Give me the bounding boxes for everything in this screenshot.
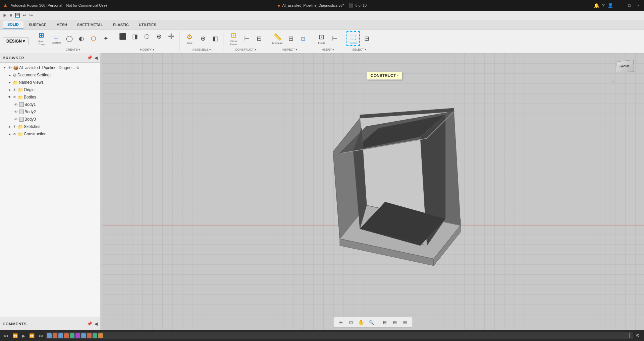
bodies-label: Bodies <box>24 95 36 99</box>
tree-item-body2[interactable]: 👁 Body2 <box>0 108 100 116</box>
file-menu-icon[interactable]: ≡ <box>9 13 12 18</box>
timeline-next[interactable]: ⏩ <box>28 333 36 339</box>
select-mode-icon[interactable]: ⬚ Select <box>346 31 360 46</box>
more-create-icon[interactable]: ✦ <box>100 33 111 44</box>
redo-icon[interactable]: ↪ <box>29 13 33 18</box>
timeline-marker-6[interactable] <box>75 333 80 338</box>
timeline-track[interactable] <box>46 332 633 339</box>
motion-icon[interactable]: ◧ <box>210 33 220 44</box>
axis-icon[interactable]: ⊟ <box>254 33 264 44</box>
design-dropdown[interactable]: DESIGN ▾ <box>3 37 29 45</box>
timeline-prev[interactable]: ⏪ <box>11 333 19 339</box>
origin-visible-icon[interactable]: 👁 <box>13 88 16 92</box>
tree-item-origin[interactable]: ▶ 👁 📁 Origin <box>0 86 100 93</box>
body1-visible-icon[interactable]: 👁 <box>14 103 18 107</box>
tab-mesh[interactable]: MESH <box>52 21 72 28</box>
doc-settings-arrow[interactable]: ▶ <box>7 73 12 77</box>
viewcube-face-front[interactable]: FRONT <box>616 60 635 72</box>
viewcube[interactable]: FRONT Z↑ <box>612 59 639 85</box>
insert-mesh-icon[interactable]: ⊡ Insert <box>315 31 328 46</box>
joint-icon[interactable]: ⚙ Joint <box>183 31 196 46</box>
tree-item-body3[interactable]: 👁 Body3 <box>0 116 100 123</box>
grid-icon[interactable]: ⊞ <box>3 13 7 18</box>
bodies-visible-icon[interactable]: 👁 <box>13 95 16 99</box>
tree-item-named-views[interactable]: ▶ 📁 Named Views <box>0 79 100 86</box>
interference-icon[interactable]: ⊟ <box>285 33 296 44</box>
tree-item-body1[interactable]: 👁 Body1 <box>0 101 100 108</box>
viewport[interactable]: CONSTRUCT - FRONT Z↑ ✛ ⊡ ✋ 🔍 ⊞ ⊟ ⊞ <box>102 53 644 330</box>
new-component-icon[interactable]: ⊞ NewComp <box>35 31 48 46</box>
tab-surface[interactable]: SURFACE <box>24 21 51 28</box>
timeline-marker-9[interactable] <box>93 333 97 338</box>
snap-icon[interactable]: ✛ <box>337 318 345 326</box>
help-icon[interactable]: ? <box>602 3 605 8</box>
timeline-marker-4[interactable] <box>64 333 69 338</box>
sketches-visible-icon[interactable]: 👁 <box>13 125 16 129</box>
browser-pin-icon[interactable]: 📌 <box>87 55 92 60</box>
offset-plane-icon[interactable]: ⊡ OffsetPlane <box>227 31 240 46</box>
tree-item-doc-settings[interactable]: ▶ ⚙ Document Settings <box>0 71 100 79</box>
account-icon[interactable]: 👤 <box>607 3 613 8</box>
bodies-arrow[interactable]: ▶ <box>7 95 12 99</box>
named-views-arrow[interactable]: ▶ <box>7 80 12 85</box>
close-button[interactable]: × <box>635 3 641 8</box>
comments-pin-icon[interactable]: 📌 <box>87 321 92 326</box>
chamfer-icon[interactable]: ⬡ <box>142 31 152 42</box>
sweep-icon[interactable]: ◐ <box>76 33 87 44</box>
tab-utilities[interactable]: UTILITIES <box>134 21 161 28</box>
body3-visible-icon[interactable]: 👁 <box>14 117 18 121</box>
timeline-go-end[interactable]: ⏭ <box>37 333 44 339</box>
root-arrow[interactable]: ▶ <box>3 65 7 70</box>
orbit-icon[interactable]: ⊡ <box>347 318 355 326</box>
construction-visible-icon[interactable]: 👁 <box>13 132 16 136</box>
revolve-icon[interactable]: ◯ <box>64 33 75 44</box>
move-icon[interactable]: ✛ <box>166 31 176 42</box>
zoom-icon[interactable]: 🔍 <box>367 318 375 326</box>
timeline-marker-7[interactable] <box>81 333 86 338</box>
insert-svg-icon[interactable]: ⊢ <box>329 33 340 44</box>
origin-arrow[interactable]: ▶ <box>7 87 12 92</box>
tree-item-sketches[interactable]: ▶ 👁 📁 Sketches <box>0 123 100 130</box>
timeline-marker-8[interactable] <box>87 333 92 338</box>
body2-visible-icon[interactable]: 👁 <box>14 110 18 114</box>
midplane-icon[interactable]: ⊢ <box>241 33 252 44</box>
press-pull-icon[interactable]: ⬛ <box>117 31 128 42</box>
grid-settings-icon[interactable]: ⊞ <box>401 318 409 326</box>
fillet-icon[interactable]: ◨ <box>129 31 140 42</box>
minimize-button[interactable]: — <box>616 3 624 8</box>
undo-icon[interactable]: ↩ <box>23 13 26 18</box>
tab-plastic[interactable]: PLASTIC <box>108 21 133 28</box>
shell-icon[interactable]: ⊕ <box>154 31 164 42</box>
tree-item-bodies[interactable]: ▶ 👁 📁 Bodies <box>0 93 100 101</box>
extrude-icon[interactable]: □ Extrude <box>49 31 63 46</box>
timeline-play[interactable]: ▶ <box>20 333 26 339</box>
loft-icon[interactable]: ⬡ <box>88 33 99 44</box>
select-filter-icon[interactable]: ⊟ <box>361 33 372 44</box>
tree-item-construction[interactable]: ▶ 👁 📁 Construction <box>0 130 100 138</box>
pan-icon[interactable]: ✋ <box>357 318 365 326</box>
timeline-marker-3[interactable] <box>58 333 63 338</box>
browser-collapse-icon[interactable]: ◀ <box>94 55 98 60</box>
tree-item-root[interactable]: ▶ 👁 📦 AI_assisted_Pipeline_Diagno... ⚙ <box>0 64 100 71</box>
display-settings-icon[interactable]: ⊟ <box>391 318 399 326</box>
root-settings-icon[interactable]: ⚙ <box>76 66 79 70</box>
tab-sheet-metal[interactable]: SHEET METAL <box>72 21 108 28</box>
maximize-button[interactable]: □ <box>626 3 633 8</box>
measure-icon[interactable]: 📏 Measure <box>271 31 284 46</box>
save-icon[interactable]: 💾 <box>15 13 20 18</box>
notification-icon[interactable]: 🔔 <box>594 3 599 8</box>
comments-collapse-icon[interactable]: ◀ <box>94 321 98 326</box>
timeline-settings-icon[interactable]: ⚙ <box>634 332 641 339</box>
root-visible-icon[interactable]: 👁 <box>8 66 12 70</box>
as-built-joint-icon[interactable]: ⊕ <box>198 33 208 44</box>
timeline-marker-5[interactable] <box>70 333 74 338</box>
timeline-marker-2[interactable] <box>53 333 57 338</box>
timeline-go-start[interactable]: ⏮ <box>3 333 10 339</box>
zebra-icon[interactable]: ⊡ <box>298 33 308 44</box>
construction-arrow[interactable]: ▶ <box>7 132 12 136</box>
sketches-arrow[interactable]: ▶ <box>7 124 12 129</box>
view-mode-icon[interactable]: ⊞ <box>381 318 389 326</box>
tab-solid[interactable]: SOLID <box>3 21 23 28</box>
timeline-marker-10[interactable] <box>98 333 103 338</box>
timeline-marker-1[interactable] <box>47 333 52 338</box>
